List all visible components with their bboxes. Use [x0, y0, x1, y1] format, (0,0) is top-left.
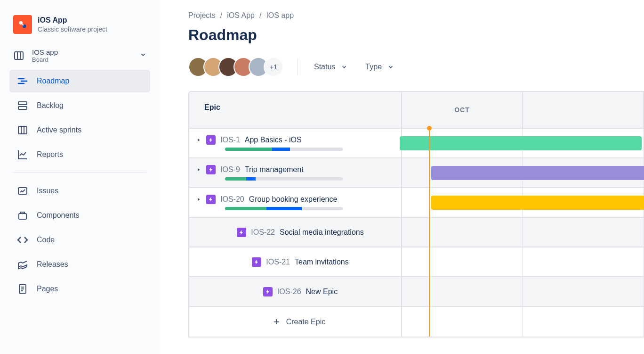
epic-row: IOS-21Team invitations	[189, 247, 644, 277]
epic-title[interactable]: New Epic	[306, 288, 338, 296]
today-marker-dot	[427, 126, 432, 131]
epic-cell[interactable]: IOS-20Group booking experience	[189, 188, 402, 217]
epic-column-header: Epic	[189, 92, 402, 128]
avatar-stack[interactable]: +1	[188, 57, 283, 77]
nav-label: Backlog	[37, 101, 64, 110]
epic-title[interactable]: Trip management	[245, 165, 304, 174]
epic-key[interactable]: IOS-20	[220, 195, 244, 204]
epic-type-icon	[206, 195, 216, 204]
epic-key[interactable]: IOS-9	[220, 165, 240, 174]
timeline: Epic OCT IOS-1App Basics - iOSIOS-9Trip …	[188, 91, 644, 338]
epic-rows: IOS-1App Basics - iOSIOS-9Trip managemen…	[189, 129, 644, 337]
reports-icon	[17, 149, 28, 160]
timeline-cell[interactable]	[402, 129, 644, 157]
timeline-header: Epic OCT	[189, 92, 644, 129]
board-label: Board	[32, 56, 58, 63]
epic-row: IOS-9Trip management	[189, 158, 644, 188]
epic-title[interactable]: Team invitations	[295, 258, 349, 266]
epic-title[interactable]: Group booking experience	[249, 195, 338, 204]
months-header: OCT	[402, 92, 644, 128]
create-epic-button[interactable]: +Create Epic	[189, 307, 402, 337]
board-name: IOS app	[32, 48, 58, 56]
nav-roadmap[interactable]: Roadmap	[9, 70, 150, 92]
svg-rect-7	[19, 214, 26, 219]
nav-issues[interactable]: Issues	[9, 180, 150, 202]
epic-row: IOS-20Group booking experience	[189, 188, 644, 218]
roadmap-icon	[17, 75, 28, 87]
issues-icon	[17, 185, 28, 197]
sprints-icon	[17, 124, 28, 136]
expand-caret-icon[interactable]	[196, 197, 201, 202]
status-filter[interactable]: Status	[312, 59, 349, 75]
nav-code[interactable]: Code	[9, 229, 150, 251]
breadcrumb-board[interactable]: IOS app	[266, 11, 294, 20]
nav-reports[interactable]: Reports	[9, 143, 150, 166]
epic-cell[interactable]: IOS-21Team invitations	[189, 247, 402, 276]
filter-label: Status	[314, 63, 335, 71]
nav-label: Issues	[37, 187, 58, 195]
epic-key[interactable]: IOS-22	[251, 228, 275, 237]
board-selector[interactable]: IOS app Board	[6, 43, 154, 68]
nav-label: Reports	[37, 150, 63, 159]
type-filter[interactable]: Type	[363, 59, 396, 75]
breadcrumb-projects[interactable]: Projects	[188, 11, 216, 20]
epic-title[interactable]: App Basics - iOS	[245, 136, 302, 144]
epic-cell[interactable]: IOS-9Trip management	[189, 158, 402, 187]
timeline-cell[interactable]	[402, 188, 644, 217]
epic-cell[interactable]: IOS-26New Epic	[189, 277, 402, 306]
sidebar: iOS App Classic software project IOS app…	[0, 0, 160, 354]
nav-pages[interactable]: Pages	[9, 278, 150, 300]
timeline-cell[interactable]	[402, 277, 644, 306]
epic-type-icon	[206, 165, 216, 174]
releases-icon	[17, 259, 28, 270]
nav-label: Active sprints	[37, 126, 81, 134]
board-icon	[13, 50, 24, 61]
nav-backlog[interactable]: Backlog	[9, 94, 150, 117]
svg-rect-3	[18, 102, 27, 105]
epic-key[interactable]: IOS-26	[277, 288, 301, 296]
epic-row: IOS-26New Epic	[189, 277, 644, 307]
timeline-cell	[402, 307, 644, 337]
chevron-down-icon	[140, 51, 146, 60]
expand-caret-icon[interactable]	[196, 167, 201, 172]
nav-releases[interactable]: Releases	[9, 253, 150, 276]
timeline-cell[interactable]	[402, 218, 644, 247]
epic-key[interactable]: IOS-1	[220, 136, 240, 144]
expand-caret-icon[interactable]	[196, 138, 201, 142]
avatar-more[interactable]: +1	[264, 57, 283, 77]
breadcrumb-project[interactable]: iOS App	[227, 11, 255, 20]
timeline-bar[interactable]	[400, 136, 642, 150]
epic-type-icon	[263, 287, 273, 296]
components-icon	[17, 210, 28, 221]
progress-bar	[225, 207, 343, 210]
toolbar: +1 Status Type	[188, 57, 644, 77]
breadcrumb: Projects / iOS App / IOS app	[188, 11, 644, 20]
epic-cell[interactable]: IOS-22Social media integrations	[189, 218, 402, 247]
nav-label: Releases	[37, 260, 68, 269]
create-epic-row: +Create Epic	[189, 307, 644, 337]
nav-components[interactable]: Components	[9, 204, 150, 227]
nav-label: Roadmap	[37, 77, 69, 85]
timeline-bar[interactable]	[431, 196, 644, 210]
epic-row: IOS-22Social media integrations	[189, 218, 644, 247]
epic-type-icon	[252, 257, 261, 267]
plus-icon: +	[274, 316, 280, 328]
timeline-bar[interactable]	[431, 166, 644, 180]
chevron-down-icon	[387, 64, 394, 70]
epic-key[interactable]: IOS-21	[266, 258, 290, 266]
svg-rect-6	[18, 188, 27, 194]
timeline-cell[interactable]	[402, 158, 644, 187]
project-title: iOS App	[38, 16, 107, 25]
month-column	[523, 92, 644, 128]
progress-bar	[225, 148, 343, 151]
toolbar-separator	[298, 58, 298, 75]
filter-label: Type	[365, 63, 382, 71]
nav-active-sprints[interactable]: Active sprints	[9, 119, 150, 141]
epic-cell[interactable]: IOS-1App Basics - iOS	[189, 129, 402, 157]
page-title: Roadmap	[188, 26, 644, 44]
epic-title[interactable]: Social media integrations	[280, 228, 364, 237]
epic-row: IOS-1App Basics - iOS	[189, 129, 644, 158]
main-content: Projects / iOS App / IOS app Roadmap +1 …	[160, 0, 644, 354]
code-icon	[17, 234, 28, 246]
timeline-cell[interactable]	[402, 247, 644, 276]
